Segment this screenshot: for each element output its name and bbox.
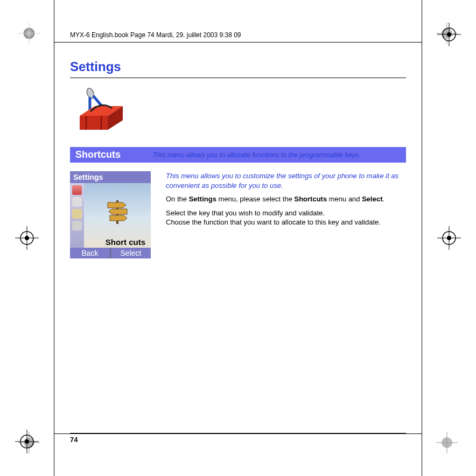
svg-point-24 [447, 32, 451, 37]
instruction-1: On the Settings menu, please select the … [166, 194, 406, 204]
svg-marker-39 [110, 215, 127, 221]
section-bar: Shortcuts This menu allows you to alloca… [70, 147, 406, 163]
page-border-top [54, 42, 422, 43]
svg-point-20 [447, 236, 451, 240]
signpost-icon [102, 196, 132, 226]
phone-screen: Short cuts [70, 183, 151, 248]
registration-mark-right [437, 226, 461, 250]
sidebar-icon [72, 221, 82, 230]
page-content: Settings Shortcuts This menu a [70, 59, 406, 258]
section-description: This menu allows you to allocate functio… [153, 151, 361, 159]
document-header: MYX-6 English.book Page 74 Mardi, 29. ju… [70, 31, 241, 39]
page-title: Settings [70, 59, 406, 78]
sidebar-icon [72, 197, 82, 207]
bold-select: Select [362, 195, 382, 203]
svg-point-16 [25, 236, 29, 240]
body-text: This menu allows you to customize the se… [166, 171, 406, 232]
bold-settings: Settings [189, 195, 216, 203]
registration-mark-top-right [437, 23, 461, 46]
sidebar-icon [72, 185, 82, 195]
text: . [383, 195, 385, 203]
text: On the [166, 195, 189, 203]
softkey-back: Back [70, 248, 111, 258]
phone-softkeys: Back Select [70, 248, 151, 258]
sidebar-icon [72, 209, 82, 219]
crop-mark-bottom-right [436, 432, 458, 453]
page-border-right [422, 0, 422, 476]
page-number: 74 [70, 433, 406, 444]
svg-point-28 [25, 439, 29, 444]
section-title: Shortcuts [75, 149, 121, 160]
toolbox-icon [70, 86, 129, 139]
svg-marker-38 [109, 209, 127, 214]
page-border-left [54, 0, 54, 476]
phone-sidebar [70, 183, 84, 248]
phone-menu-label: Short cuts [106, 237, 145, 247]
text: Select the key that you wish to modify a… [166, 209, 325, 217]
text: menu, please select the [216, 195, 295, 203]
svg-marker-37 [108, 202, 126, 208]
svg-marker-31 [80, 116, 108, 130]
crop-mark-top-left [18, 23, 40, 44]
intro-paragraph: This menu allows you to customize the se… [166, 171, 406, 190]
phone-header: Settings [70, 171, 151, 183]
text: menu and [327, 195, 362, 203]
bold-shortcuts: Shortcuts [294, 195, 327, 203]
instruction-2: Select the key that you wish to modify a… [166, 208, 406, 227]
registration-mark-bottom-left [15, 430, 39, 453]
softkey-select: Select [111, 248, 151, 258]
phone-screenshot: Settings Short cuts [70, 171, 151, 258]
text: Choose the function that you want to all… [166, 218, 381, 226]
registration-mark-left [15, 226, 39, 250]
